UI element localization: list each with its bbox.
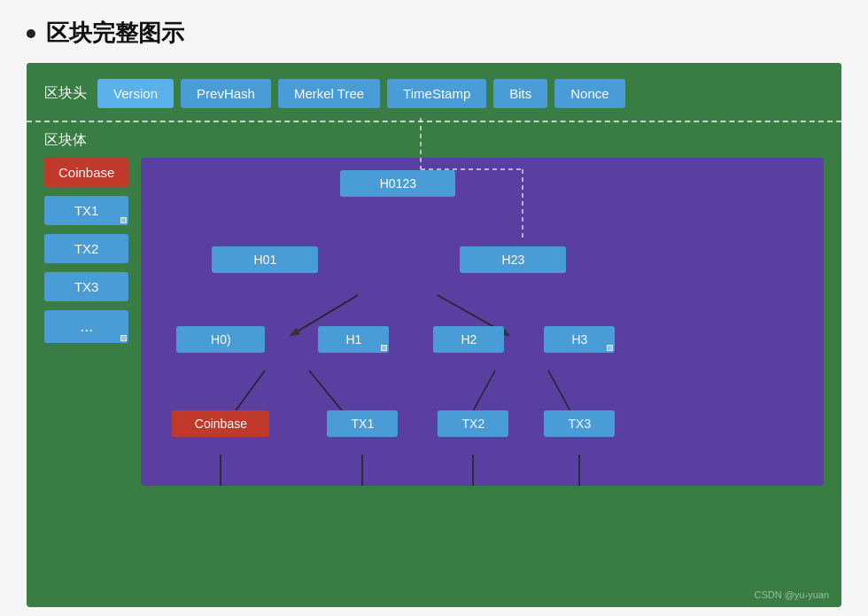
watermark: CSDN @yu-yuan <box>754 589 829 600</box>
tx-1[interactable]: TX1 <box>44 196 128 225</box>
resize-handle-h3 <box>607 345 613 351</box>
block-header-section: 区块头 Version PrevHash Merkel Tree TimeSta… <box>27 63 841 121</box>
merkle-leaf-tx1: TX1 <box>327 410 398 437</box>
block-header-label: 区块头 <box>44 84 87 103</box>
merkle-h0: H0) <box>176 326 265 353</box>
merkle-h23: H23 <box>460 246 566 273</box>
block-body-section: 区块体 Coinbase TX1 TX2 TX3 ... <box>27 122 841 495</box>
tx-dots[interactable]: ... <box>44 310 128 343</box>
merkle-tree-container: H0123 H01 H23 H0) H1 H2 <box>141 158 824 486</box>
resize-handle-tx1 <box>120 217 127 223</box>
merkle-leaf-tx2: TX2 <box>438 410 508 437</box>
resize-handle-dots <box>120 335 127 341</box>
field-merkeltree[interactable]: Merkel Tree <box>278 79 380 108</box>
title-row: 区块完整图示 <box>27 18 841 49</box>
merkle-h2: H2 <box>433 326 504 353</box>
merkle-leaf-tx3: TX3 <box>544 410 615 437</box>
tx-coinbase[interactable]: Coinbase <box>44 158 128 187</box>
tx-2[interactable]: TX2 <box>44 234 128 263</box>
field-timestamp[interactable]: TimeStamp <box>387 79 486 108</box>
field-prevhash[interactable]: PrevHash <box>181 79 271 108</box>
block-body-label: 区块体 <box>44 131 87 150</box>
tx-column: Coinbase TX1 TX2 TX3 ... <box>44 158 128 486</box>
page: 区块完整图示 区块头 Version PrevHash Merkel Tree … <box>0 0 868 616</box>
merkle-root: H0123 <box>340 170 455 197</box>
field-bits[interactable]: Bits <box>493 79 547 108</box>
field-nonce[interactable]: Nonce <box>554 79 624 108</box>
resize-handle-h1 <box>381 345 387 351</box>
tx-3[interactable]: TX3 <box>44 272 128 301</box>
merkle-h1: H1 <box>318 326 389 353</box>
field-version[interactable]: Version <box>97 79 174 108</box>
page-title: 区块完整图示 <box>46 18 184 49</box>
merkle-leaf-coinbase: Coinbase <box>172 410 269 437</box>
header-fields: Version PrevHash Merkel Tree TimeStamp B… <box>97 79 625 108</box>
merkle-h3: H3 <box>544 326 615 353</box>
bullet-point <box>27 29 35 38</box>
merkle-h01: H01 <box>212 246 318 273</box>
block-diagram: 区块头 Version PrevHash Merkel Tree TimeSta… <box>27 63 841 607</box>
